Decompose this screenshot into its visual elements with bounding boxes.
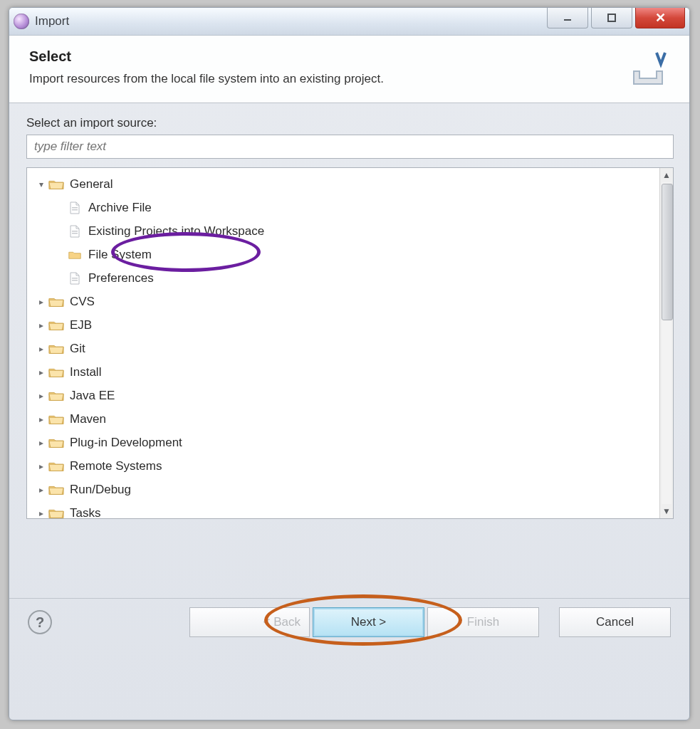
tree-label: Plug-in Development — [70, 436, 182, 450]
tree-item[interactable]: File System — [33, 243, 657, 266]
tree-label: CVS — [70, 295, 95, 309]
wizard-header: Select Import resources from the local f… — [9, 36, 689, 103]
folder-icon — [48, 460, 64, 473]
source-label: Select an import source: — [26, 116, 674, 130]
folder-icon — [48, 389, 64, 402]
tree-folder[interactable]: ▸Git — [33, 337, 657, 360]
import-icon — [627, 50, 669, 87]
tree-label: Remote Systems — [70, 459, 162, 473]
folder-icon — [48, 319, 64, 332]
scrollbar[interactable]: ▲ ▼ — [659, 168, 673, 518]
folder-icon — [48, 483, 64, 496]
folder-icon — [48, 507, 64, 519]
close-icon: ✕ — [655, 10, 666, 26]
tree-label: EJB — [70, 318, 92, 332]
tree-folder[interactable]: ▸Plug-in Development — [33, 431, 657, 454]
tree-folder[interactable]: ▸Maven — [33, 407, 657, 431]
minimize-button[interactable] — [547, 8, 588, 28]
tree-folder[interactable]: ▸Java EE — [33, 384, 657, 407]
eclipse-icon — [14, 14, 29, 29]
close-button[interactable]: ✕ — [635, 8, 685, 28]
chevron-down-icon: ▾ — [36, 179, 47, 189]
window-title: Import — [35, 14, 69, 28]
scroll-up-icon[interactable]: ▲ — [661, 169, 672, 181]
tree-folder[interactable]: ▸EJB — [33, 313, 657, 337]
tree-label: Run/Debug — [70, 483, 131, 497]
chevron-right-icon: ▸ — [36, 320, 47, 330]
wizard-footer: ? < Back Next > Finish Cancel — [9, 598, 689, 646]
tree-folder-general[interactable]: ▾ General — [33, 172, 657, 196]
tree-label: Git — [70, 342, 85, 356]
svg-rect-7 — [72, 280, 78, 281]
page-description: Import resources from the local file sys… — [29, 72, 384, 86]
scroll-down-icon[interactable]: ▼ — [661, 505, 672, 517]
file-project-icon — [67, 225, 83, 238]
tree-item[interactable]: Existing Projects into Workspace — [33, 219, 657, 243]
tree-folder[interactable]: ▸Remote Systems — [33, 454, 657, 478]
folder-icon — [48, 413, 64, 426]
chevron-right-icon: ▸ — [36, 485, 47, 495]
folder-icon — [48, 342, 64, 355]
tree-folder[interactable]: ▸Tasks — [33, 501, 657, 518]
scrollbar-thumb[interactable] — [662, 184, 673, 320]
page-title: Select — [29, 48, 384, 65]
annotation-highlight-orange — [264, 594, 462, 646]
titlebar: Import ✕ — [9, 8, 689, 36]
svg-rect-3 — [72, 209, 78, 211]
tree-label: Tasks — [70, 506, 100, 519]
dialog-window: Import ✕ Select Import resources from th… — [9, 7, 690, 720]
chevron-right-icon: ▸ — [36, 438, 47, 448]
chevron-right-icon: ▸ — [36, 508, 47, 518]
maximize-icon — [607, 13, 617, 23]
folder-open-icon — [48, 178, 64, 191]
tree-folder[interactable]: ▸Run/Debug — [33, 478, 657, 501]
chevron-right-icon: ▸ — [36, 461, 47, 471]
tree-label: Maven — [70, 412, 106, 426]
import-tree: ▾ General Archive FileExisting Projects … — [26, 167, 674, 519]
tree-label: Archive File — [88, 201, 152, 215]
tree-viewport[interactable]: ▾ General Archive FileExisting Projects … — [27, 168, 659, 518]
tree-item[interactable]: Preferences — [33, 266, 657, 290]
tree-folder[interactable]: ▸Install — [33, 360, 657, 384]
folder-icon — [48, 436, 64, 449]
tree-folder[interactable]: ▸CVS — [33, 290, 657, 313]
chevron-right-icon: ▸ — [36, 391, 47, 401]
folder-leaf-icon — [67, 248, 83, 261]
chevron-right-icon: ▸ — [36, 367, 47, 377]
maximize-button[interactable] — [591, 8, 632, 28]
file-pref-icon — [67, 272, 83, 285]
chevron-right-icon: ▸ — [36, 414, 47, 424]
cancel-button[interactable]: Cancel — [559, 607, 671, 637]
svg-rect-0 — [564, 19, 571, 21]
filter-input[interactable] — [26, 135, 674, 159]
chevron-right-icon: ▸ — [36, 344, 47, 354]
svg-rect-1 — [608, 14, 615, 21]
help-button[interactable]: ? — [28, 610, 52, 634]
scrollbar-track[interactable] — [662, 182, 672, 504]
tree-label: Java EE — [70, 389, 115, 403]
svg-rect-6 — [72, 278, 78, 279]
svg-rect-4 — [72, 231, 78, 232]
window-controls: ✕ — [547, 8, 689, 29]
minimize-icon — [563, 13, 573, 23]
tree-label: General — [70, 177, 113, 192]
folder-icon — [48, 366, 64, 379]
svg-rect-2 — [72, 207, 78, 209]
folder-icon — [48, 295, 64, 308]
file-archive-icon — [67, 201, 83, 214]
tree-label: Preferences — [88, 271, 154, 285]
wizard-body: Select an import source: ▾ General Archi… — [9, 103, 689, 523]
tree-label: Install — [70, 365, 101, 379]
tree-label: File System — [88, 248, 152, 262]
svg-rect-5 — [72, 233, 78, 234]
chevron-right-icon: ▸ — [36, 297, 47, 307]
tree-item[interactable]: Archive File — [33, 196, 657, 219]
tree-label: Existing Projects into Workspace — [88, 224, 264, 238]
